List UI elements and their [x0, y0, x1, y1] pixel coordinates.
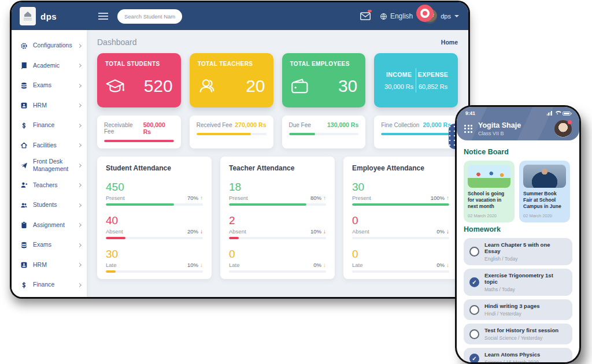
chevron-right-icon	[77, 243, 82, 247]
hamburger-menu-icon[interactable]	[98, 13, 108, 20]
checkbox[interactable]	[469, 329, 479, 339]
homework-item-meta: Hindi / Yesterday	[484, 311, 540, 317]
sidebar-item-exams-2[interactable]: Exams	[12, 236, 87, 254]
sidebar-item-exams[interactable]: Exams	[12, 77, 87, 94]
dashboard-window: dps English dps Configurations	[12, 2, 468, 297]
attendance-percent: 0%	[313, 262, 321, 268]
sidebar-item-students[interactable]: Students	[12, 196, 87, 214]
expense-value: 60,852 Rs	[416, 83, 450, 90]
stat-label: TOTAL TEACHERS	[198, 61, 265, 67]
sidebar-item-label: Teachers	[33, 181, 73, 189]
phone-body: Notice Board School is going for vacatio…	[457, 140, 579, 362]
sidebar-item-configurations[interactable]: Configurations	[12, 37, 87, 54]
homework-item[interactable]: Test for History first session Social Sc…	[464, 324, 572, 344]
attendance-count: 2	[229, 214, 326, 227]
sidebar: Configurations Academic Exams HRM Financ…	[12, 30, 87, 297]
id-card-icon	[20, 102, 28, 109]
mail-badge	[368, 10, 372, 12]
fee-label: Receivable Fee	[104, 122, 143, 135]
stat-label: TOTAL STUDENTS	[105, 61, 173, 67]
student-attendance-card: Student Attendance 450 Present 70% 40 Ab…	[97, 157, 212, 279]
fee-label: Received Fee	[197, 122, 232, 128]
checkbox[interactable]	[469, 354, 479, 362]
stat-label: TOTAL EMPLOYEES	[290, 61, 358, 67]
chevron-right-icon	[77, 223, 82, 227]
progress-track	[229, 237, 326, 239]
globe-icon	[380, 13, 387, 20]
attendance-row-late: 30 Late 10%	[106, 248, 203, 273]
sidebar-item-facilities[interactable]: Facilities	[12, 137, 87, 154]
notice-card[interactable]: School is going for vacation in next mon…	[464, 161, 515, 222]
paper-plane-icon	[20, 162, 28, 169]
attendance-row-late: 0 Late 0%	[229, 248, 326, 273]
progress-fill	[106, 203, 174, 206]
attendance-label: Present	[229, 195, 248, 201]
attendance-row-present: 18 Present 80%	[229, 181, 326, 206]
phone-mockup: 9:41 Yogita Shaje Class VII B Notice Boa…	[457, 107, 579, 362]
checkbox[interactable]	[469, 247, 479, 257]
users-icon	[20, 202, 28, 209]
gear-icon	[20, 42, 28, 50]
attendance-count: 0	[352, 214, 449, 227]
homework-item[interactable]: Hindi writing 3 pages Hindi / Yesterday	[464, 299, 572, 320]
progress-track	[381, 133, 451, 135]
student-avatar[interactable]	[554, 120, 572, 138]
sidebar-item-academic[interactable]: Academic	[12, 57, 87, 75]
attendance-label: Present	[352, 195, 371, 201]
app-menu-grid-icon[interactable]	[464, 125, 473, 133]
notice-date: 02 March 2020	[523, 213, 566, 218]
checkbox[interactable]	[469, 305, 479, 315]
language-label: English	[390, 12, 413, 20]
homework-item-meta: English / Today	[484, 256, 567, 262]
attendance-count: 0	[352, 248, 449, 261]
fee-label: Fine Collection	[381, 122, 419, 128]
attendance-cards-row: Student Attendance 450 Present 70% 40 Ab…	[97, 157, 458, 279]
attendance-count: 450	[106, 181, 203, 194]
total-teachers-card: TOTAL TEACHERS 20	[190, 53, 273, 107]
attendance-row-absent: 2 Absent 10%	[229, 214, 326, 239]
chevron-right-icon	[77, 183, 82, 187]
progress-fill	[229, 237, 239, 239]
homework-item[interactable]: Learn Chapter 5 with one Essay English /…	[464, 238, 572, 265]
attendance-percent: 80%	[310, 195, 321, 201]
homework-item-meta: Social Science / Yesterday	[484, 335, 558, 341]
language-selector[interactable]: English	[380, 12, 413, 20]
notice-card[interactable]: Summer Book Fair at School Campus in Jun…	[519, 161, 570, 222]
attendance-count: 0	[229, 248, 326, 261]
trend-arrow-icon	[200, 228, 203, 235]
stat-cards-row: TOTAL STUDENTS 520 TOTAL TEACHERS 20 TOT…	[97, 53, 458, 107]
chevron-right-icon	[77, 143, 82, 147]
breadcrumb-home[interactable]: Home	[441, 39, 458, 46]
attendance-count: 30	[106, 248, 203, 261]
progress-track	[352, 203, 449, 206]
mail-icon[interactable]	[360, 12, 371, 20]
search-input[interactable]	[117, 9, 182, 24]
cursor-indicator	[416, 5, 434, 22]
chevron-down-icon	[454, 15, 459, 17]
sidebar-item-assignment[interactable]: Assignment	[12, 217, 87, 234]
sidebar-item-hrm[interactable]: HRM	[12, 97, 87, 114]
sidebar-item-finance-2[interactable]: Finance	[12, 276, 87, 294]
sidebar-item-teachers[interactable]: Teachers	[12, 177, 87, 194]
homework-list: Learn Chapter 5 with one Essay English /…	[464, 238, 572, 362]
chevron-right-icon	[77, 203, 82, 207]
attendance-label: Absent	[352, 228, 369, 235]
sidebar-item-finance[interactable]: Finance	[12, 117, 87, 134]
homework-item-title: Exercise Trigonometry 1st topic	[484, 272, 567, 285]
attendance-label: Late	[229, 262, 240, 268]
sidebar-item-hrm-2[interactable]: HRM	[12, 257, 87, 274]
attendance-row-late: 0 Late 0%	[352, 248, 449, 273]
notice-board-title: Notice Board	[464, 148, 572, 156]
attendance-percent: 0%	[436, 228, 445, 235]
checkbox[interactable]	[469, 277, 479, 287]
id-card-icon	[20, 261, 28, 269]
homework-title: Homework	[464, 225, 572, 233]
fee-value: 20,000 Rs	[423, 121, 451, 128]
progress-track	[106, 237, 203, 239]
homework-item[interactable]: Exercise Trigonometry 1st topic Maths / …	[464, 269, 572, 296]
homework-item[interactable]: Learn Atoms Physics Science / 16 March 2…	[464, 348, 572, 362]
phone-header: 9:41 Yogita Shaje Class VII B	[457, 107, 579, 140]
fine-collection-card: Fine Collection 20,000 Rs	[374, 116, 458, 148]
total-employees-card: TOTAL EMPLOYEES 30	[282, 53, 366, 107]
sidebar-item-front-desk-management[interactable]: Front Desk Management	[12, 157, 87, 174]
